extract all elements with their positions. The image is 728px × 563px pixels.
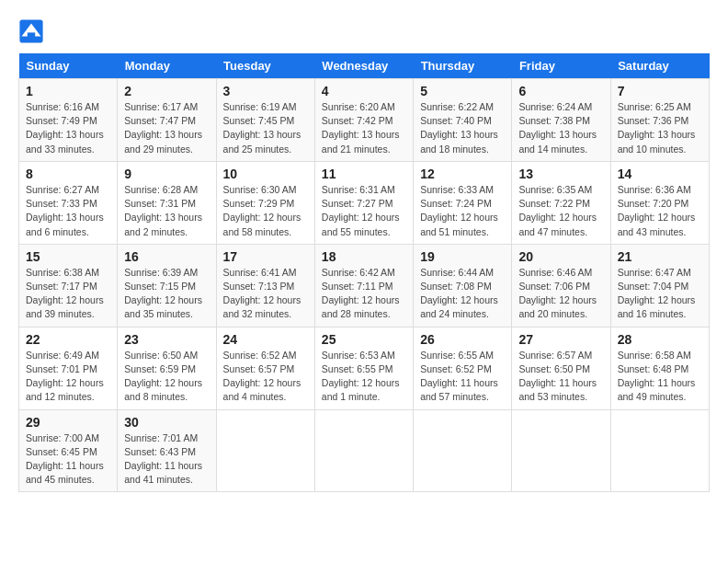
day-number: 17 [223,249,308,264]
calendar-cell: 25 Sunrise: 6:53 AMSunset: 6:55 PMDaylig… [314,327,413,409]
calendar-cell: 4 Sunrise: 6:20 AMSunset: 7:42 PMDayligh… [314,79,413,162]
day-number: 26 [420,332,505,347]
day-number: 13 [518,167,603,181]
calendar-cell: 9 Sunrise: 6:28 AMSunset: 7:31 PMDayligh… [118,161,216,244]
calendar-cell: 13 Sunrise: 6:35 AMSunset: 7:22 PMDaylig… [512,161,610,244]
calendar-cell: 23 Sunrise: 6:50 AMSunset: 6:59 PMDaylig… [118,327,216,409]
day-info: Sunrise: 6:49 AMSunset: 7:01 PMDaylight:… [26,349,110,405]
day-number: 7 [618,84,702,98]
day-info: Sunrise: 6:30 AMSunset: 7:29 PMDaylight:… [223,183,308,239]
day-info: Sunrise: 6:22 AMSunset: 7:40 PMDaylight:… [420,100,505,156]
day-info: Sunrise: 6:57 AMSunset: 6:50 PMDaylight:… [518,349,603,405]
day-number: 12 [420,167,505,181]
day-number: 2 [124,84,209,98]
day-info: Sunrise: 6:31 AMSunset: 7:27 PMDaylight:… [322,183,406,239]
day-info: Sunrise: 6:33 AMSunset: 7:24 PMDaylight:… [420,183,505,239]
day-number: 18 [322,249,406,264]
calendar-cell: 22 Sunrise: 6:49 AMSunset: 7:01 PMDaylig… [19,327,118,409]
calendar-cell [610,409,709,492]
day-info: Sunrise: 6:53 AMSunset: 6:55 PMDaylight:… [322,349,406,405]
day-info: Sunrise: 6:55 AMSunset: 6:52 PMDaylight:… [420,349,505,405]
day-info: Sunrise: 7:01 AMSunset: 6:43 PMDaylight:… [124,431,209,488]
calendar-week-row: 15 Sunrise: 6:38 AMSunset: 7:17 PMDaylig… [19,244,710,327]
day-number: 25 [322,332,406,347]
day-number: 15 [26,249,110,264]
day-info: Sunrise: 6:39 AMSunset: 7:15 PMDaylight:… [124,266,209,322]
day-info: Sunrise: 6:17 AMSunset: 7:47 PMDaylight:… [124,100,209,156]
calendar-cell: 27 Sunrise: 6:57 AMSunset: 6:50 PMDaylig… [512,327,610,409]
calendar-cell: 30 Sunrise: 7:01 AMSunset: 6:43 PMDaylig… [118,409,216,492]
header [18,18,710,44]
day-number: 21 [618,249,702,264]
calendar-cell: 10 Sunrise: 6:30 AMSunset: 7:29 PMDaylig… [216,161,314,244]
calendar-cell [314,409,413,492]
calendar-cell: 20 Sunrise: 6:46 AMSunset: 7:06 PMDaylig… [512,244,610,327]
calendar-table: SundayMondayTuesdayWednesdayThursdayFrid… [18,53,710,492]
calendar-week-row: 29 Sunrise: 7:00 AMSunset: 6:45 PMDaylig… [19,409,710,492]
day-info: Sunrise: 6:50 AMSunset: 6:59 PMDaylight:… [124,349,209,405]
calendar-cell: 28 Sunrise: 6:58 AMSunset: 6:48 PMDaylig… [610,327,709,409]
day-number: 16 [124,249,209,264]
day-info: Sunrise: 6:44 AMSunset: 7:08 PMDaylight:… [420,266,505,322]
day-info: Sunrise: 6:38 AMSunset: 7:17 PMDaylight:… [26,266,110,322]
calendar-header-thursday: Thursday [414,53,512,79]
calendar-cell: 18 Sunrise: 6:42 AMSunset: 7:11 PMDaylig… [314,244,413,327]
day-info: Sunrise: 6:35 AMSunset: 7:22 PMDaylight:… [518,183,603,239]
calendar-cell: 6 Sunrise: 6:24 AMSunset: 7:38 PMDayligh… [512,79,610,162]
day-number: 22 [26,332,110,347]
day-info: Sunrise: 6:25 AMSunset: 7:36 PMDaylight:… [618,100,702,156]
calendar-cell: 29 Sunrise: 7:00 AMSunset: 6:45 PMDaylig… [19,409,118,492]
day-number: 30 [124,415,209,430]
calendar-cell: 1 Sunrise: 6:16 AMSunset: 7:49 PMDayligh… [19,79,118,162]
calendar-cell: 15 Sunrise: 6:38 AMSunset: 7:17 PMDaylig… [19,244,118,327]
day-info: Sunrise: 7:00 AMSunset: 6:45 PMDaylight:… [26,431,110,488]
day-info: Sunrise: 6:42 AMSunset: 7:11 PMDaylight:… [322,266,406,322]
calendar-header-tuesday: Tuesday [216,53,314,79]
day-number: 10 [223,167,308,181]
day-number: 19 [420,249,505,264]
day-number: 23 [124,332,209,347]
calendar-cell: 5 Sunrise: 6:22 AMSunset: 7:40 PMDayligh… [414,79,512,162]
calendar-cell: 24 Sunrise: 6:52 AMSunset: 6:57 PMDaylig… [216,327,314,409]
calendar-cell: 16 Sunrise: 6:39 AMSunset: 7:15 PMDaylig… [118,244,216,327]
calendar-cell: 2 Sunrise: 6:17 AMSunset: 7:47 PMDayligh… [118,79,216,162]
calendar-week-row: 8 Sunrise: 6:27 AMSunset: 7:33 PMDayligh… [19,161,710,244]
calendar-cell [216,409,314,492]
calendar-body: 1 Sunrise: 6:16 AMSunset: 7:49 PMDayligh… [19,79,710,492]
calendar-cell: 17 Sunrise: 6:41 AMSunset: 7:13 PMDaylig… [216,244,314,327]
day-number: 3 [223,84,308,98]
day-info: Sunrise: 6:20 AMSunset: 7:42 PMDaylight:… [322,100,406,156]
calendar-cell: 12 Sunrise: 6:33 AMSunset: 7:24 PMDaylig… [414,161,512,244]
day-number: 27 [518,332,603,347]
day-info: Sunrise: 6:52 AMSunset: 6:57 PMDaylight:… [223,349,308,405]
calendar-header-friday: Friday [512,53,610,79]
calendar-header-sunday: Sunday [19,53,118,79]
calendar-cell: 19 Sunrise: 6:44 AMSunset: 7:08 PMDaylig… [414,244,512,327]
day-number: 14 [618,167,702,181]
day-info: Sunrise: 6:28 AMSunset: 7:31 PMDaylight:… [124,183,209,239]
day-number: 28 [618,332,702,347]
day-info: Sunrise: 6:24 AMSunset: 7:38 PMDaylight:… [518,100,603,156]
calendar-cell: 11 Sunrise: 6:31 AMSunset: 7:27 PMDaylig… [314,161,413,244]
calendar-cell: 8 Sunrise: 6:27 AMSunset: 7:33 PMDayligh… [19,161,118,244]
day-number: 9 [124,167,209,181]
svg-rect-2 [28,32,35,39]
logo [18,18,50,44]
calendar-cell: 26 Sunrise: 6:55 AMSunset: 6:52 PMDaylig… [414,327,512,409]
day-info: Sunrise: 6:41 AMSunset: 7:13 PMDaylight:… [223,266,308,322]
day-number: 1 [26,84,110,98]
day-info: Sunrise: 6:47 AMSunset: 7:04 PMDaylight:… [618,266,702,322]
day-info: Sunrise: 6:19 AMSunset: 7:45 PMDaylight:… [223,100,308,156]
calendar-cell: 7 Sunrise: 6:25 AMSunset: 7:36 PMDayligh… [610,79,709,162]
calendar-week-row: 22 Sunrise: 6:49 AMSunset: 7:01 PMDaylig… [19,327,710,409]
day-number: 6 [518,84,603,98]
day-info: Sunrise: 6:36 AMSunset: 7:20 PMDaylight:… [618,183,702,239]
day-number: 5 [420,84,505,98]
calendar-cell: 21 Sunrise: 6:47 AMSunset: 7:04 PMDaylig… [610,244,709,327]
day-number: 29 [26,415,110,430]
calendar-header-wednesday: Wednesday [314,53,413,79]
calendar-week-row: 1 Sunrise: 6:16 AMSunset: 7:49 PMDayligh… [19,79,710,162]
day-number: 20 [518,249,603,264]
calendar-cell: 3 Sunrise: 6:19 AMSunset: 7:45 PMDayligh… [216,79,314,162]
day-number: 4 [322,84,406,98]
